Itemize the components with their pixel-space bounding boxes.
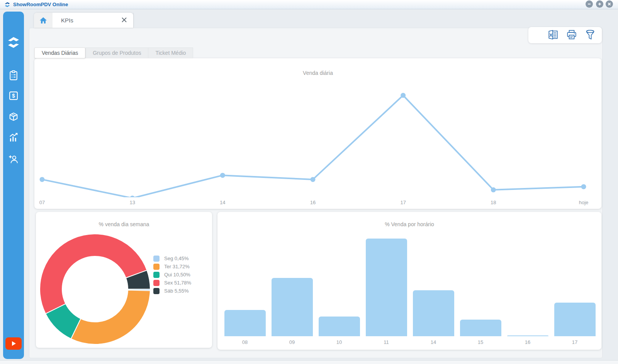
x-axis-label: 07	[39, 200, 45, 205]
x-axis-label: 16	[310, 200, 316, 205]
x-axis-label: 14	[431, 339, 436, 345]
x-axis-label: 13	[129, 200, 135, 205]
home-tab-button[interactable]	[34, 13, 53, 28]
legend-swatch	[153, 288, 160, 294]
bar-chart-title: % Venda por horário	[217, 221, 601, 227]
cash-square-icon: $	[8, 90, 19, 101]
bar-17	[554, 303, 596, 336]
play-icon	[10, 340, 17, 347]
add-customer-icon	[8, 154, 19, 164]
weekday-sales-donut-card: % venda dia semana Seg 0,45%Ter 31,72%Qu…	[36, 212, 212, 348]
legend-label: Qui 10,50%	[164, 272, 190, 278]
print-icon	[566, 29, 577, 41]
donut-chart-title: % venda dia semana	[36, 221, 212, 227]
svg-text:$: $	[12, 93, 15, 99]
clipboard-list-icon	[8, 70, 19, 81]
maximize-icon[interactable]	[596, 0, 603, 8]
kpis-tab[interactable]: KPIs	[34, 13, 133, 28]
excel-export-icon: X	[547, 29, 559, 41]
x-axis-label: 08	[242, 339, 248, 345]
close-icon[interactable]	[606, 0, 613, 8]
filter-funnel-icon	[584, 29, 596, 41]
showroom-logo-icon	[6, 34, 21, 51]
export-excel-button[interactable]: X	[547, 29, 559, 41]
x-axis-label: 17	[400, 200, 406, 205]
x-axis-label: 17	[572, 339, 577, 345]
legend-label: Sáb 5,55%	[164, 288, 189, 294]
legend-label: Ter 31,72%	[164, 264, 190, 269]
x-axis-label: 16	[525, 339, 530, 345]
donut-chart	[40, 234, 152, 346]
stats-arrow-icon	[8, 132, 19, 143]
legend-item: Sex 51,78%	[153, 279, 191, 287]
legend-swatch	[153, 272, 160, 278]
kpi-subtabs: Vendas Diárias Grupos de Produtos Ticket…	[34, 47, 193, 58]
x-axis-label: 14	[220, 200, 225, 205]
export-toolbar: X	[528, 27, 602, 43]
line-chart	[34, 58, 601, 197]
bar-09	[272, 278, 313, 336]
sidebar-item-products[interactable]	[8, 111, 19, 122]
product-box-icon	[8, 111, 19, 122]
x-axis-label: 15	[478, 339, 483, 345]
close-icon	[121, 17, 127, 23]
x-axis-label: 11	[384, 339, 389, 345]
legend-item: Seg 0,45%	[153, 254, 191, 262]
bar-14	[413, 290, 454, 336]
legend-item: Ter 31,72%	[153, 262, 191, 271]
legend-label: Sex 51,78%	[164, 280, 191, 286]
sidebar-item-cash[interactable]: $	[8, 90, 19, 101]
legend-item: Sáb 5,55%	[153, 287, 191, 295]
x-axis-label: 10	[336, 339, 342, 345]
subtab-ticket-medio[interactable]: Ticket Médio	[148, 47, 193, 58]
bar-16	[507, 335, 548, 336]
x-axis-label: 09	[289, 339, 295, 345]
subtab-vendas-diarias[interactable]: Vendas Diárias	[34, 47, 85, 58]
hourly-sales-bar-chart-card: % Venda por horário 0809101114151617	[217, 212, 601, 350]
tab-title: KPIs	[53, 17, 121, 24]
window-bottom-strip	[0, 360, 618, 364]
tab-separator	[133, 13, 134, 28]
sidebar: $	[3, 12, 24, 359]
minimize-icon[interactable]	[586, 0, 593, 8]
filter-button[interactable]	[584, 29, 596, 41]
daily-sales-line-chart-card: Venda diária 071314161718hoje	[34, 58, 601, 209]
x-axis-label: 18	[491, 200, 496, 205]
legend-swatch	[153, 264, 160, 270]
sidebar-item-stats[interactable]	[8, 132, 19, 143]
video-help-button[interactable]	[5, 337, 22, 350]
bar-08	[224, 310, 266, 336]
home-icon	[39, 16, 48, 25]
x-axis-label: hoje	[579, 200, 589, 205]
donut-legend: Seg 0,45%Ter 31,72%Qui 10,50%Sex 51,78%S…	[153, 254, 191, 295]
legend-label: Seg 0,45%	[164, 256, 189, 261]
bar-10	[319, 317, 360, 336]
bar-15	[460, 320, 501, 336]
subtab-grupos-de-produtos[interactable]: Grupos de Produtos	[85, 47, 148, 58]
print-button[interactable]	[565, 29, 578, 41]
donut-slice-ter	[71, 290, 150, 344]
sidebar-item-orders[interactable]	[8, 70, 19, 81]
bar-11	[366, 239, 407, 336]
app-title: ShowRoomPDV Online	[13, 2, 68, 7]
legend-swatch	[153, 280, 160, 286]
content-panel: Vendas Diárias Grupos de Produtos Ticket…	[29, 28, 603, 358]
showroom-logo-icon	[4, 1, 11, 8]
sidebar-item-add-customer[interactable]	[8, 154, 19, 164]
legend-item: Qui 10,50%	[153, 271, 191, 279]
titlebar: ShowRoomPDV Online	[0, 0, 618, 9]
svg-text:X: X	[549, 32, 552, 37]
tab-close-button[interactable]	[121, 16, 128, 25]
legend-swatch	[153, 256, 160, 262]
